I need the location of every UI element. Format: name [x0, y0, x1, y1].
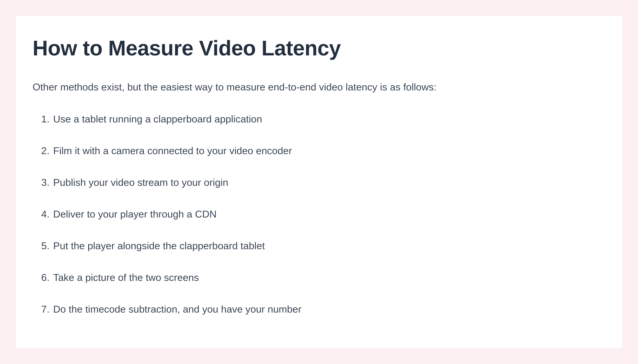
- list-item: Publish your video stream to your origin: [41, 176, 605, 189]
- steps-list: Use a tablet running a clapperboard appl…: [33, 112, 605, 316]
- list-item: Do the timecode subtraction, and you hav…: [41, 302, 605, 316]
- page-title: How to Measure Video Latency: [33, 36, 605, 60]
- document-card: How to Measure Video Latency Other metho…: [16, 16, 622, 348]
- list-item: Film it with a camera connected to your …: [41, 144, 605, 158]
- list-item: Deliver to your player through a CDN: [41, 208, 605, 221]
- list-item: Put the player alongside the clapperboar…: [41, 239, 605, 252]
- list-item: Use a tablet running a clapperboard appl…: [41, 112, 605, 126]
- list-item: Take a picture of the two screens: [41, 271, 605, 284]
- intro-paragraph: Other methods exist, but the easiest way…: [33, 80, 605, 94]
